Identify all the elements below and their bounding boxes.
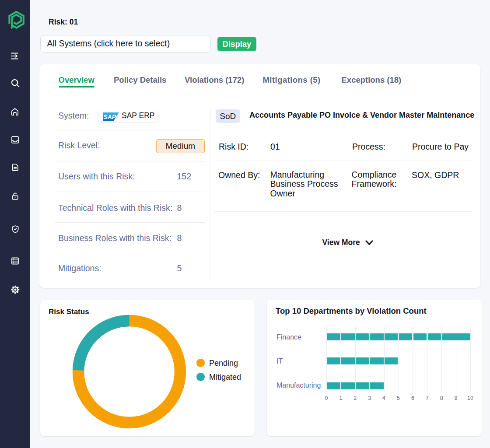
svg-text:SAP: SAP [103,113,116,120]
